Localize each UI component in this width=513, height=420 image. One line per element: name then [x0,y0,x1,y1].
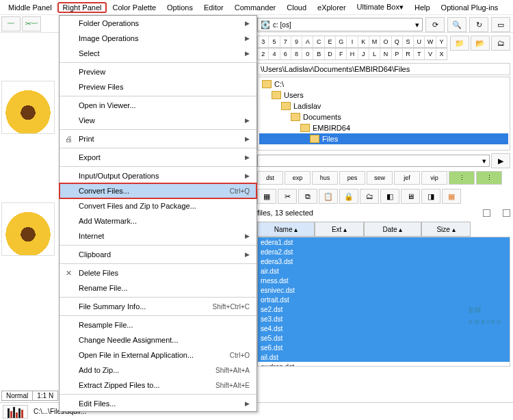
file-row[interactable]: owdrop.dst [258,362,510,367]
drive-letter-8[interactable]: 8 [291,49,302,60]
drive-letter-0[interactable]: 0 [302,49,313,60]
menu-optional-plug-ins[interactable]: Optional Plug-ins [436,2,504,13]
file-row[interactable]: edera1.dst [258,237,510,247]
tab-normal[interactable]: Normal [1,391,33,401]
menu-item-add-watermark[interactable]: Add Watermark... [60,213,256,228]
menu-item-export[interactable]: Export▶ [60,150,256,165]
drive-letter-O[interactable]: O [380,36,391,47]
thumbnail-sunflower-2[interactable] [1,202,55,256]
drive-letter-D[interactable]: D [325,49,336,60]
tool-b-icon[interactable]: ◧ [380,189,399,204]
refresh-main-icon[interactable]: ⟳ [425,17,445,32]
menu-item-view[interactable]: View▶ [60,113,256,128]
drive-letter-M[interactable]: M [369,36,380,47]
drive-letter-N[interactable]: N [380,49,391,60]
tool-wave-green-icon[interactable]: 〰 [1,16,21,31]
drive-letter-E[interactable]: E [325,36,336,47]
ext-vip[interactable]: vip [421,171,447,185]
menu-item-open-file-in-external-application[interactable]: Open File in External Application...Ctrl… [60,347,256,363]
drive-letter-9[interactable]: 9 [291,36,302,47]
card-icon[interactable]: ▭ [491,17,510,32]
drive-letter-S[interactable]: S [403,36,414,47]
drive-letter-B[interactable]: B [313,49,324,60]
menu-item-print[interactable]: 🖨Print▶ [60,131,256,146]
drive-letter-7[interactable]: 7 [280,36,291,47]
grid-orange-icon[interactable]: ▦ [442,189,461,204]
menu-item-internet[interactable]: Internet▶ [60,228,256,244]
tool-a-icon[interactable]: ▦ [257,189,276,204]
menu-item-resample-file[interactable]: Resample File... [60,317,256,332]
drive-letter-V[interactable]: V [425,49,436,60]
right-panel-menu[interactable]: Folder Operations▶Image Operations▶Selec… [59,15,257,412]
ext-⋮[interactable]: ⋮ [449,171,475,185]
drive-letter-H[interactable]: H [347,49,358,60]
folder-new-icon[interactable]: 🗂 [491,36,510,51]
tab-1-1-n[interactable]: 1:1 N [32,391,58,401]
menu-item-clipboard[interactable]: Clipboard▶ [60,247,256,262]
column-ext[interactable]: Ext ▴ [315,222,364,237]
ext-sew[interactable]: sew [367,171,393,185]
menu-item-open-in-viewer[interactable]: Open in Viewer... [60,98,256,113]
menu-explorer[interactable]: eXplorer [312,2,352,13]
ext-dst[interactable]: dst [257,171,283,185]
lock-icon[interactable]: 🔒 [339,189,358,204]
copy-icon[interactable]: ⧉ [298,189,317,204]
file-row[interactable]: se5.dst [258,333,510,343]
drive-letter-A[interactable]: A [302,36,313,47]
column-size[interactable]: Size ▴ [421,222,471,237]
drive-letter-6[interactable]: 6 [280,49,291,60]
menu-middle-panel[interactable]: Middle Panel [3,2,57,13]
menu-help[interactable]: Help [409,2,436,13]
drive-letter-F[interactable]: F [336,49,347,60]
tool-c-icon[interactable]: ◨ [421,189,440,204]
file-row[interactable]: ail.dst [258,352,510,362]
drive-letter-5[interactable]: 5 [269,36,280,47]
menu-options[interactable]: Options [161,2,198,13]
filter-combo[interactable]: ▾ [257,155,490,167]
menu-item-preview-files[interactable]: Preview Files [60,79,256,94]
folder-tree[interactable]: C:\UsersLadislavDocumentsEMBIRD64Files [257,77,510,150]
checkbox-a[interactable] [483,209,490,217]
tree-node-documents[interactable]: Documents [259,111,508,122]
menu-item-add-to-zip[interactable]: Add to Zip...Shift+Alt+A [60,363,256,378]
reload-icon[interactable]: ↻ [469,17,488,32]
drive-letter-W[interactable]: W [425,36,436,47]
drive-letter-3[interactable]: 3 [258,36,269,47]
thumbnail-sunflower-1[interactable] [1,81,55,134]
menu-item-convert-files[interactable]: Convert Files...Ctrl+Q [60,183,256,198]
file-row[interactable]: edera2.dst [258,247,510,257]
menu-item-change-needle-assignment[interactable]: Change Needle Assignment... [60,332,256,347]
zoom-icon[interactable]: 🔍 [447,17,466,32]
drive-letter-K[interactable]: K [358,36,369,47]
menu-ultimate-box-[interactable]: Ultimate Box▾ [352,1,409,13]
file-row[interactable]: edera3.dst [258,257,510,266]
drive-letter-grid[interactable]: 3579ACEGIKMOQSUWY 24680BDFHJLNPRTVX [257,36,447,60]
file-row[interactable]: se6.dst [258,343,510,352]
tree-node-c-[interactable]: C:\ [259,79,508,90]
menu-right-panel[interactable]: Right Panel [57,2,107,13]
drive-letter-T[interactable]: T [414,49,425,60]
menu-commander[interactable]: Commander [229,2,282,13]
folder-up-b-icon[interactable]: 📂 [471,36,490,51]
menu-item-folder-operations[interactable]: Folder Operations▶ [60,16,256,31]
menu-color-palette[interactable]: Color Palette [107,2,161,13]
stack-icon[interactable]: 🗂 [360,189,379,204]
drive-letter-L[interactable]: L [369,49,380,60]
drive-letter-X[interactable]: X [436,49,447,60]
column-date[interactable]: Date ▴ [364,222,421,237]
menu-item-image-operations[interactable]: Image Operations▶ [60,31,256,46]
ext-hus[interactable]: hus [312,171,338,185]
menu-editor[interactable]: Editor [198,2,229,13]
extension-filter-grid[interactable]: dstexphuspessewjefvip⋮⋮ [257,171,510,185]
drive-letter-G[interactable]: G [336,36,347,47]
drive-letter-C[interactable]: C [313,36,324,47]
file-row[interactable]: rness.dst [258,276,510,285]
ext-jef[interactable]: jef [394,171,420,185]
column-name[interactable]: Name ▴ [257,222,315,237]
menu-item-preview[interactable]: Preview [60,64,256,79]
view-mode-tabs[interactable]: Normal1:1 N [1,391,57,401]
ext-exp[interactable]: exp [285,171,311,185]
current-path[interactable]: \Users\Ladislav\Documents\EMBIRD64\Files [257,63,510,75]
monitor-icon[interactable]: 🖥 [401,189,420,204]
menu-item-file-summary-info[interactable]: File Summary Info...Shift+Ctrl+C [60,299,256,314]
